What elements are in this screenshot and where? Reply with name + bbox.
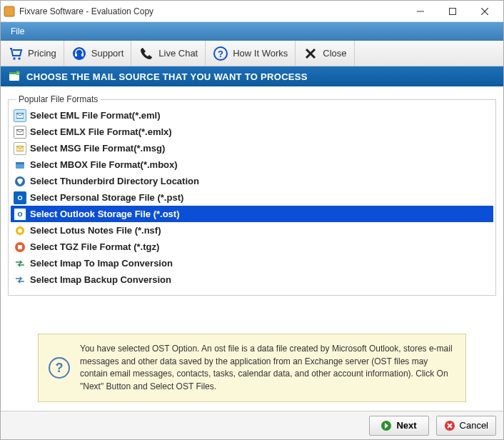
x-icon — [303, 46, 318, 61]
livechat-button[interactable]: Live Chat — [131, 41, 206, 66]
format-eml[interactable]: Select EML File Format(*.eml) — [11, 107, 493, 124]
howitworks-button[interactable]: ? How It Works — [206, 41, 296, 66]
next-label: Next — [396, 420, 416, 431]
window-title: Fixvare Software - Evaluation Copy — [19, 6, 404, 16]
outlook-ost-icon: O — [14, 208, 26, 221]
format-label: Select Imap Backup Conversion — [30, 274, 171, 285]
info-text: You have selected OST Option. An ost fil… — [80, 343, 455, 393]
msg-icon — [14, 142, 26, 155]
emlx-icon — [14, 126, 26, 139]
maximize-button[interactable] — [436, 1, 468, 21]
pricing-button[interactable]: Pricing — [1, 41, 64, 66]
livechat-label: Live Chat — [158, 48, 198, 59]
format-label: Select Imap To Imap Conversion — [30, 258, 173, 269]
svg-rect-22 — [16, 162, 24, 164]
format-label: Select Personal Storage File (*.pst) — [30, 192, 183, 203]
format-msg[interactable]: Select MSG File Format(*.msg) — [11, 140, 493, 156]
format-label: Select Outlook Storage File (*.ost) — [30, 209, 179, 219]
eml-icon — [14, 109, 26, 122]
source-icon: + — [8, 70, 21, 83]
format-pst[interactable]: O Select Personal Storage File (*.pst) — [11, 189, 493, 206]
svg-text:+: + — [16, 71, 19, 75]
headset-icon — [71, 46, 87, 61]
format-imap[interactable]: Select Imap To Imap Conversion — [11, 255, 493, 271]
close-button[interactable]: Close — [296, 41, 354, 66]
close-window-button[interactable] — [468, 1, 500, 21]
section-title: CHOOSE THE MAIL SOURCE THAT YOU WANT TO … — [26, 71, 308, 82]
svg-point-25 — [18, 229, 22, 233]
info-box: ? You have selected OST Option. An ost f… — [38, 334, 466, 402]
section-header: + CHOOSE THE MAIL SOURCE THAT YOU WANT T… — [1, 66, 503, 86]
svg-rect-27 — [18, 245, 22, 249]
svg-rect-0 — [4, 6, 14, 16]
mbox-icon — [14, 159, 26, 171]
format-label: Select MSG File Format(*.msg) — [30, 143, 165, 154]
format-label: Select Thunderbird Directory Location — [30, 176, 199, 186]
format-nsf[interactable]: Select Lotus Notes File (*.nsf) — [11, 222, 493, 239]
question-icon: ? — [213, 46, 228, 61]
support-button[interactable]: Support — [64, 41, 132, 66]
thunderbird-icon — [14, 175, 26, 188]
format-tgz[interactable]: Select TGZ File Format (*.tgz) — [11, 239, 493, 255]
format-thunderbird[interactable]: Select Thunderbird Directory Location — [11, 173, 493, 189]
svg-rect-8 — [75, 54, 77, 56]
minimize-button[interactable] — [404, 1, 436, 21]
cancel-x-icon — [444, 420, 455, 431]
svg-rect-9 — [81, 54, 84, 56]
howitworks-label: How It Works — [233, 48, 288, 59]
format-label: Select EML File Format(*.eml) — [30, 110, 161, 121]
svg-point-6 — [18, 57, 20, 59]
outlook-pst-icon: O — [14, 191, 26, 204]
phone-icon — [138, 46, 154, 61]
menu-file[interactable]: File — [5, 24, 30, 39]
menu-bar: File — [1, 22, 503, 41]
next-button[interactable]: Next — [369, 416, 429, 436]
format-ost[interactable]: O Select Outlook Storage File (*.ost) — [11, 206, 493, 222]
svg-point-5 — [13, 57, 15, 59]
format-label: Select Lotus Notes File (*.nsf) — [30, 225, 161, 236]
format-emlx[interactable]: Select EMLX File Format(*.emlx) — [11, 124, 493, 140]
imap-icon — [14, 257, 26, 270]
svg-text:?: ? — [218, 49, 223, 59]
format-list: Select EML File Format(*.eml) Select EML… — [11, 107, 493, 288]
format-label: Select TGZ File Format (*.tgz) — [30, 241, 159, 252]
pricing-label: Pricing — [28, 48, 56, 59]
spacer — [8, 304, 496, 334]
support-label: Support — [91, 48, 124, 59]
toolbar: Pricing Support Live Chat ? How It Works… — [1, 41, 503, 66]
content-area: Popular File Formats Select EML File For… — [1, 86, 503, 411]
formats-groupbox: Popular File Formats Select EML File For… — [8, 99, 496, 296]
lotus-icon — [14, 224, 26, 237]
title-bar: Fixvare Software - Evaluation Copy — [1, 1, 503, 22]
cancel-label: Cancel — [460, 420, 488, 431]
tgz-icon — [14, 241, 26, 254]
window-controls — [404, 1, 500, 21]
format-mbox[interactable]: Select MBOX File Format(*.mbox) — [11, 156, 493, 173]
footer: Next Cancel — [1, 411, 503, 439]
groupbox-title: Popular File Formats — [16, 94, 101, 104]
format-label: Select MBOX File Format(*.mbox) — [30, 159, 178, 170]
format-label: Select EMLX File Format(*.emlx) — [30, 126, 172, 137]
svg-rect-2 — [449, 8, 455, 14]
cart-icon — [8, 46, 24, 61]
next-arrow-icon — [380, 420, 392, 431]
info-icon: ? — [49, 357, 70, 379]
cancel-button[interactable]: Cancel — [436, 416, 496, 436]
format-imap-backup[interactable]: Select Imap Backup Conversion — [11, 271, 493, 288]
imap-backup-icon — [14, 274, 26, 286]
app-icon — [4, 6, 15, 17]
close-label: Close — [323, 48, 346, 59]
